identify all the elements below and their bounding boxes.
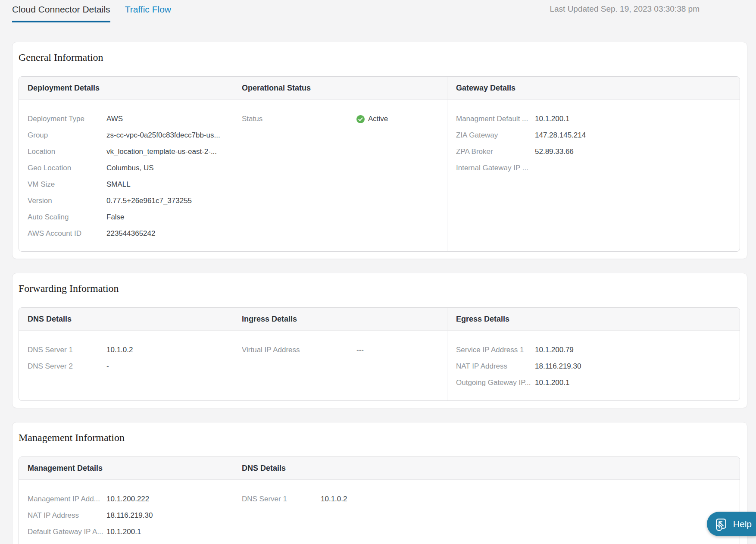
row-value-text: AWS <box>106 115 123 123</box>
row-value: 10.1.200.1 <box>535 115 569 123</box>
row-value-text: 10.1.200.1 <box>535 378 569 387</box>
section-card: Forwarding InformationDNS DetailsDNS Ser… <box>12 273 747 408</box>
detail-row: NAT IP Address18.116.219.30 <box>456 358 734 375</box>
sections: General InformationDeployment DetailsDep… <box>0 42 756 544</box>
detail-row: Default Gateway IP A...10.1.200.1 <box>28 524 228 540</box>
row-label: Virtual IP Address <box>242 346 356 354</box>
row-label: NAT IP Address <box>28 511 106 520</box>
row-label: Status <box>242 115 356 123</box>
section-title: Management Information <box>19 432 740 444</box>
row-label: NAT IP Address <box>456 362 535 371</box>
tab-traffic-flow[interactable]: Traffic Flow <box>125 4 171 22</box>
row-value: vk_location_template-us-east-2-... <box>106 147 217 156</box>
detail-row: Auto ScalingFalse <box>28 209 228 225</box>
column-body: DNS Server 110.1.0.2DNS Server 2- <box>19 331 233 400</box>
row-label: Auto Scaling <box>28 213 106 222</box>
row-label: ZPA Broker <box>456 147 535 156</box>
svg-text:?: ? <box>718 525 720 530</box>
row-value: --- <box>356 346 364 354</box>
column-header: Egress Details <box>447 308 740 331</box>
row-value: AWS <box>106 115 123 123</box>
column-body: Management IP Add...10.1.200.222NAT IP A… <box>19 480 233 544</box>
row-label: DNS Server 1 <box>242 495 321 503</box>
detail-row: DNS Server 110.1.0.2 <box>28 342 228 358</box>
detail-row: Service IP Address 110.1.200.79 <box>456 342 734 358</box>
detail-row: DNS Server 2- <box>28 358 228 375</box>
row-label: ZIA Gateway <box>456 131 535 140</box>
row-label: Management IP Add... <box>28 495 106 503</box>
row-label: VM Size <box>28 180 106 189</box>
row-value: 10.1.0.2 <box>106 346 133 354</box>
detail-row: Groupzs-cc-vpc-0a25f0c83fdecc7bb-us... <box>28 127 228 144</box>
row-value: 0.77.5+26e961c7_373255 <box>106 197 192 205</box>
row-value: 223544365242 <box>106 229 155 238</box>
row-label: Service IP Address 1 <box>456 346 535 354</box>
column-body: DNS Server 110.1.0.2 <box>233 480 740 544</box>
row-value: 52.89.33.66 <box>535 147 574 156</box>
column-header: Deployment Details <box>19 77 233 100</box>
tab-bar: Cloud Connector Details Traffic Flow Las… <box>0 0 756 22</box>
column-body: Deployment TypeAWSGroupzs-cc-vpc-0a25f0c… <box>19 100 233 251</box>
section-title: General Information <box>19 52 740 63</box>
row-label: Outgoing Gateway IP... <box>456 378 535 387</box>
row-value-text: SMALL <box>106 180 131 189</box>
row-value-text: --- <box>356 346 364 354</box>
row-label: Location <box>28 147 106 156</box>
row-value: 10.1.0.2 <box>321 495 347 503</box>
row-value: 147.28.145.214 <box>535 131 586 140</box>
row-value: Columbus, US <box>106 164 154 172</box>
row-value-text: 147.28.145.214 <box>535 131 586 140</box>
row-value: 10.1.200.1 <box>106 528 141 536</box>
row-value-text: 10.1.200.222 <box>106 495 149 503</box>
detail-row: Outgoing Gateway IP...10.1.200.1 <box>456 375 734 391</box>
row-value: 10.1.200.1 <box>535 378 569 387</box>
row-value-text: Active <box>368 115 388 123</box>
detail-row: AWS Account ID223544365242 <box>28 225 228 242</box>
row-value-text: False <box>106 213 125 222</box>
row-value-text: 10.1.0.2 <box>106 346 133 354</box>
panel-column: Deployment DetailsDeployment TypeAWSGrou… <box>19 77 233 251</box>
detail-row: ZPA Broker52.89.33.66 <box>456 144 734 160</box>
column-body: Managment Default ...10.1.200.1ZIA Gatew… <box>447 100 740 251</box>
row-value-text: 10.1.0.2 <box>321 495 347 503</box>
row-value-text: 10.1.200.1 <box>106 528 141 536</box>
detail-row: Locationvk_location_template-us-east-2-.… <box>28 144 228 160</box>
detail-row: Management IP Add...10.1.200.222 <box>28 491 228 507</box>
detail-row: Virtual IP Address--- <box>242 342 442 358</box>
panel: Management DetailsManagement IP Add...10… <box>19 456 740 544</box>
column-body: StatusActive <box>233 100 447 251</box>
panel-column: Management DetailsManagement IP Add...10… <box>19 457 233 544</box>
panel-column: DNS DetailsDNS Server 110.1.0.2 <box>233 457 740 544</box>
detail-row: Internal Gateway IP ... <box>456 160 734 176</box>
row-value: 10.1.200.79 <box>535 346 574 354</box>
row-value: - <box>106 362 109 371</box>
row-label: Default Gateway IP A... <box>28 528 106 536</box>
status-active-icon <box>356 115 365 123</box>
row-value-text: 223544365242 <box>106 229 155 238</box>
detail-row: Geo LocationColumbus, US <box>28 160 228 176</box>
help-button[interactable]: ? Help <box>707 512 756 536</box>
column-header: DNS Details <box>233 457 740 480</box>
panel-column: Operational StatusStatusActive <box>233 77 447 251</box>
row-label: Geo Location <box>28 164 106 172</box>
row-label: Version <box>28 197 106 205</box>
row-value-text: 18.116.219.30 <box>106 511 153 520</box>
detail-row: ZIA Gateway147.28.145.214 <box>456 127 734 144</box>
tab-cloud-connector-details[interactable]: Cloud Connector Details <box>12 4 110 22</box>
row-value-text: - <box>106 362 109 371</box>
panel-column: Egress DetailsService IP Address 110.1.2… <box>447 308 740 400</box>
panel: Deployment DetailsDeployment TypeAWSGrou… <box>19 76 740 252</box>
row-label: DNS Server 1 <box>28 346 106 354</box>
detail-row: Managment Default ...10.1.200.1 <box>456 111 734 127</box>
panel-column: Gateway DetailsManagment Default ...10.1… <box>447 77 740 251</box>
column-header: Operational Status <box>233 77 447 100</box>
column-header: Gateway Details <box>447 77 740 100</box>
section-card: General InformationDeployment DetailsDep… <box>12 42 747 259</box>
row-label: DNS Server 2 <box>28 362 106 371</box>
row-label: Managment Default ... <box>456 115 535 123</box>
detail-row: VM SizeSMALL <box>28 176 228 193</box>
detail-row: NAT IP Address18.116.219.30 <box>28 507 228 524</box>
last-updated-timestamp: Last Updated Sep. 19, 2023 03:30:38 pm <box>550 4 700 14</box>
row-value-text: 10.1.200.1 <box>535 115 569 123</box>
detail-row: StatusActive <box>242 111 442 127</box>
